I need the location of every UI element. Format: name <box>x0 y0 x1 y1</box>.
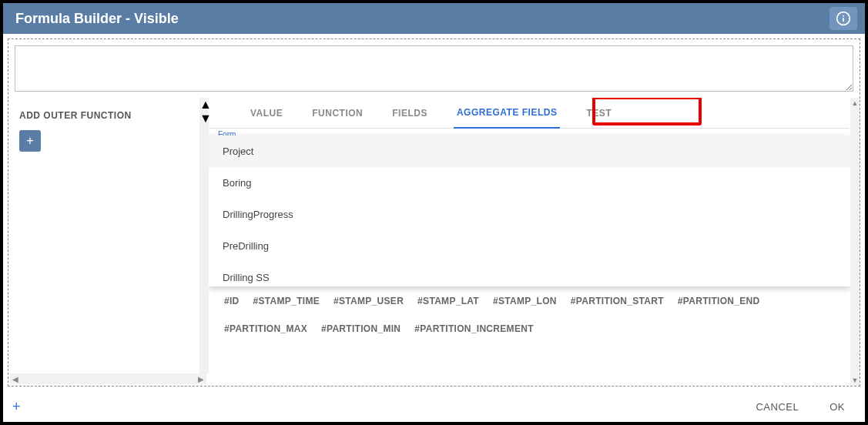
info-icon <box>836 11 851 26</box>
tab-test[interactable]: TEST <box>583 99 615 128</box>
titlebar: Formula Builder - Visible <box>3 3 865 34</box>
left-horizontal-scrollbar[interactable]: ◀ ▶ <box>10 373 206 384</box>
svg-rect-2 <box>843 18 844 22</box>
scroll-right-icon: ▶ <box>196 373 206 384</box>
right-vertical-scrollbar[interactable]: ▲ ▼ <box>850 98 860 386</box>
scroll-down-icon: ▼ <box>850 375 860 386</box>
right-panel: ▲ ▼ VALUE FUNCTION FIELDS AGGREGATE FIEL… <box>209 98 860 386</box>
cancel-button[interactable]: CANCEL <box>756 401 799 413</box>
chip-partition-max[interactable]: #PARTITION_MAX <box>224 323 307 334</box>
chip-stamp-lon[interactable]: #STAMP_LON <box>493 296 557 306</box>
chip-id[interactable]: #ID <box>224 296 240 306</box>
dropdown-item-predrilling[interactable]: PreDrilling <box>209 230 850 262</box>
tab-function[interactable]: FUNCTION <box>309 99 366 128</box>
chip-stamp-lat[interactable]: #STAMP_LAT <box>417 296 479 306</box>
left-panel-body <box>8 152 208 373</box>
tab-fields[interactable]: FIELDS <box>389 99 431 128</box>
add-function-button[interactable]: + <box>19 130 41 152</box>
dropdown-item-drilling-ss[interactable]: Drilling SS <box>209 262 850 286</box>
tab-aggregate-fields[interactable]: AGGREGATE FIELDS <box>454 98 560 129</box>
chip-partition-increment[interactable]: #PARTITION_INCREMENT <box>414 323 533 334</box>
chip-partition-end[interactable]: #PARTITION_END <box>678 296 760 306</box>
footer-add-button[interactable]: + <box>12 399 21 415</box>
tab-value[interactable]: VALUE <box>247 99 286 128</box>
dropdown-item-drillingprogress[interactable]: DrillingProgress <box>209 199 850 230</box>
chip-stamp-user[interactable]: #STAMP_USER <box>333 296 404 306</box>
dropdown-item-project[interactable]: Project <box>209 136 850 167</box>
info-button[interactable] <box>829 7 857 30</box>
left-panel: ADD OUTER FUNCTION + ▲ ▼ ◀ ▶ <box>8 98 209 386</box>
dropdown-item-boring[interactable]: Boring <box>209 167 850 199</box>
left-vertical-scrollbar[interactable]: ▲ ▼ <box>199 98 209 374</box>
formula-builder-window: Formula Builder - Visible ADD OUTER FUNC… <box>3 3 865 422</box>
chip-partition-min[interactable]: #PARTITION_MIN <box>321 323 400 334</box>
left-panel-header: ADD OUTER FUNCTION <box>8 98 208 130</box>
ok-button[interactable]: OK <box>829 401 845 413</box>
footer: + CANCEL OK <box>3 391 865 422</box>
chip-stamp-time[interactable]: #STAMP_TIME <box>253 296 320 306</box>
window-title: Formula Builder - Visible <box>15 11 179 27</box>
formula-input[interactable] <box>15 45 853 92</box>
chip-partition-start[interactable]: #PARTITION_START <box>571 296 664 306</box>
tabs-row: VALUE FUNCTION FIELDS AGGREGATE FIELDS T… <box>209 98 849 129</box>
svg-point-1 <box>843 15 844 17</box>
columns: ADD OUTER FUNCTION + ▲ ▼ ◀ ▶ ▲ ▼ <box>8 98 860 386</box>
scroll-left-icon: ◀ <box>10 373 21 384</box>
form-dropdown-list[interactable]: Project Boring DrillingProgress PreDrill… <box>209 136 850 286</box>
main-area: ADD OUTER FUNCTION + ▲ ▼ ◀ ▶ ▲ ▼ <box>8 38 860 387</box>
field-chips-row: #ID #STAMP_TIME #STAMP_USER #STAMP_LAT #… <box>209 286 849 343</box>
